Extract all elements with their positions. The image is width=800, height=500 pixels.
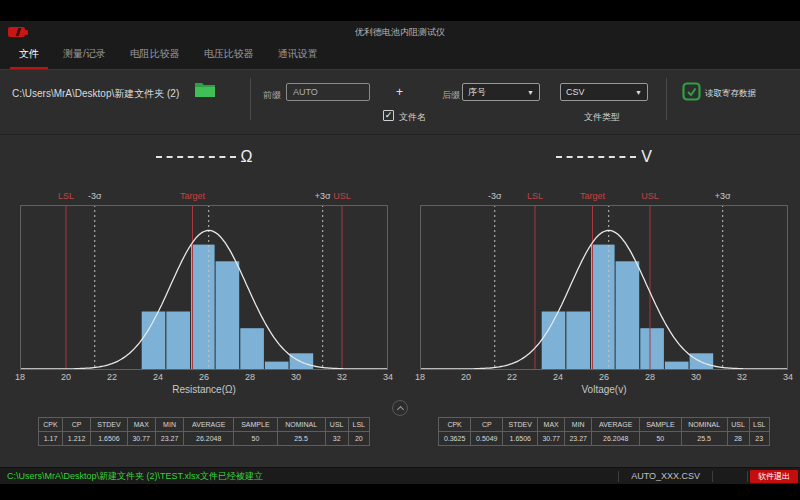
menu-tab-item[interactable]: 电压比较器 [195,42,263,69]
marker-label: +3σ [315,191,331,201]
filetype-select[interactable]: CSV ▼ [560,83,648,101]
charts-area: Ω LSL-3σTarget+3σUSL 182022242628303234 … [0,135,800,467]
x-tick-label: 20 [61,372,71,382]
stat-header: USL [727,418,749,432]
stat-header: MIN [565,418,592,432]
stat-header: MIN [155,418,183,432]
stat-value: 30.77 [127,432,155,446]
suffix-label: 后缀 [442,89,460,102]
menu-tab-item[interactable]: 测量/记录 [54,42,115,69]
stat-header: AVERAGE [184,418,234,432]
status-bar: C:\Users\MrA\Desktop\新建文件夹 (2)\TEST.xlsx… [0,467,800,484]
stat-value: 0.5049 [471,432,503,446]
x-tick-label: 20 [461,372,471,382]
stat-value: 0.3625 [439,432,471,446]
volt-symbol: V [641,148,652,166]
dashed-line [156,156,236,158]
read-register-button[interactable]: 读取寄存数据 [705,88,756,100]
x-tick-label: 30 [691,372,701,382]
folder-open-icon[interactable] [194,81,216,102]
menu-tab-item[interactable]: 通讯设置 [269,42,327,69]
app-window: 优利德电池内阻测试仪 文件测量/记录电阻比较器电压比较器通讯设置 C:\User… [0,21,800,483]
divider [666,78,667,120]
stat-value: 23.27 [155,432,183,446]
x-tick-label: 24 [553,372,563,382]
prefix-input[interactable]: AUTO [286,83,370,101]
resistance-chart-title: Ω [20,148,388,166]
collapse-chart-toggle[interactable] [392,400,408,416]
menu-tab-active[interactable]: 文件 [10,42,48,69]
stat-header: USL [325,418,348,432]
stat-header: STDEV [503,418,538,432]
x-tick-label: 26 [599,372,609,382]
prefix-label: 前缀 [263,89,281,102]
save-path-value: C:\Users\MrA\Desktop\新建文件夹 (2) [12,87,179,101]
resistance-x-ticks: 182022242628303234 [20,372,388,383]
resistance-histogram-plot [20,205,388,370]
chevron-down-icon: ▼ [527,89,534,96]
x-tick-label: 32 [337,372,347,382]
x-tick-label: 30 [291,372,301,382]
current-filename: AUTO_XXX.CSV [619,471,712,481]
voltage-chart-title: V [420,148,788,166]
stat-header: NOMINAL [681,418,727,432]
chevron-up-icon [397,406,404,413]
marker-label: Target [580,191,605,201]
stat-header: CPK [439,418,471,432]
title-bar: 优利德电池内阻测试仪 [0,21,800,43]
marker-label: USL [641,191,659,201]
stat-value: 1.17 [39,432,63,446]
resistance-axis-label: Resistance(Ω) [20,384,388,395]
resistance-chart-panel: Ω LSL-3σTarget+3σUSL 182022242628303234 … [20,135,388,467]
menu-tab-item[interactable]: 电阻比较器 [121,42,189,69]
stat-header: AVERAGE [592,418,640,432]
stat-value: 50 [640,432,681,446]
suffix-selected-value: 序号 [468,86,486,99]
x-tick-label: 18 [415,372,425,382]
stat-value: 26.2048 [592,432,640,446]
stat-header: LSL [749,418,769,432]
status-message: C:\Users\MrA\Desktop\新建文件夹 (2)\TEST.xlsx… [0,470,618,483]
stat-header: MAX [538,418,565,432]
x-tick-label: 32 [737,372,747,382]
filetype-label: 文件类型 [584,111,620,124]
resistance-stats-table: CPKCPSTDEVMAXMINAVERAGESAMPLENOMINALUSLL… [38,417,370,446]
filename-checkbox-label: 文件名 [399,111,426,124]
x-tick-label: 26 [199,372,209,382]
stat-value: 26.2048 [184,432,234,446]
stat-value: 25.5 [681,432,727,446]
stat-header: NOMINAL [277,418,325,432]
marker-label: LSL [527,191,543,201]
window-title: 优利德电池内阻测试仪 [0,26,800,39]
stat-value: 30.77 [538,432,565,446]
stat-value: 1.6506 [503,432,538,446]
stat-value: 50 [234,432,277,446]
stat-header: SAMPLE [234,418,277,432]
stat-header: CP [62,418,90,432]
ohm-symbol: Ω [241,148,253,166]
stat-header: STDEV [91,418,127,432]
status-gap [713,468,747,484]
stat-value: 1.212 [62,432,90,446]
voltage-histogram-plot [420,205,788,370]
x-tick-label: 28 [245,372,255,382]
voltage-stats-table: CPKCPSTDEVMAXMINAVERAGESAMPLENOMINALUSLL… [438,417,770,446]
x-tick-label: 28 [645,372,655,382]
exit-button[interactable]: 软件退出 [750,470,798,483]
stat-header: SAMPLE [640,418,681,432]
stat-value: 20 [348,432,369,446]
stat-value: 1.6506 [91,432,127,446]
stat-header: LSL [348,418,369,432]
stat-value: 23 [749,432,769,446]
plus-separator: + [396,85,403,99]
suffix-select[interactable]: 序号 ▼ [462,83,540,101]
divider [250,78,251,120]
voltage-marker-labels: -3σLSLTargetUSL+3σ [420,191,788,203]
filename-checkbox[interactable]: ✓ [383,110,394,121]
stat-header: MAX [127,418,155,432]
stat-value: 25.5 [277,432,325,446]
chevron-down-icon: ▼ [635,89,642,96]
resistance-marker-labels: LSL-3σTarget+3σUSL [20,191,388,203]
marker-label: +3σ [715,191,731,201]
screen: 优利德电池内阻测试仪 文件测量/记录电阻比较器电压比较器通讯设置 C:\User… [0,0,800,500]
